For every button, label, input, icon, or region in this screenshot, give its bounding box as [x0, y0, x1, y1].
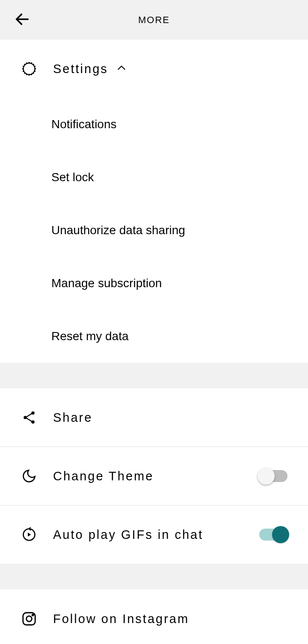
moon-icon — [21, 468, 38, 484]
menu-item-autoplay-gifs[interactable]: Auto play GIFs in chat — [0, 506, 308, 564]
menu-item-change-theme[interactable]: Change Theme — [0, 447, 308, 505]
svg-line-21 — [27, 414, 32, 417]
section-divider — [0, 564, 308, 589]
replay-icon — [21, 527, 38, 542]
svg-line-10 — [27, 62, 27, 64]
svg-line-15 — [34, 66, 36, 67]
svg-point-19 — [24, 416, 27, 419]
gear-icon — [21, 60, 38, 77]
autoplay-gifs-toggle[interactable] — [259, 529, 287, 541]
header: MORE — [0, 0, 308, 40]
share-icon — [21, 410, 38, 425]
change-theme-label: Change Theme — [53, 469, 259, 483]
section-divider — [0, 363, 308, 388]
chevron-up-icon — [116, 62, 127, 75]
change-theme-toggle[interactable] — [259, 470, 287, 482]
svg-line-6 — [24, 64, 25, 65]
svg-line-7 — [33, 73, 34, 74]
svg-marker-24 — [28, 533, 31, 537]
instagram-icon — [21, 611, 38, 627]
settings-item-notifications[interactable]: Notifications — [0, 98, 308, 151]
page-title: MORE — [0, 15, 308, 26]
svg-line-11 — [31, 74, 32, 75]
svg-line-16 — [27, 74, 27, 75]
svg-point-20 — [31, 421, 35, 424]
svg-line-8 — [24, 73, 25, 74]
menu-item-share[interactable]: Share — [0, 388, 308, 447]
svg-line-13 — [34, 71, 36, 71]
settings-item-reset-data[interactable]: Reset my data — [0, 310, 308, 363]
settings-section-header[interactable]: Settings — [0, 40, 308, 98]
settings-item-set-lock[interactable]: Set lock — [0, 151, 308, 204]
back-button[interactable] — [14, 11, 31, 29]
follow-instagram-label: Follow on Instagram — [53, 612, 287, 626]
svg-line-14 — [23, 71, 24, 71]
settings-label: Settings — [53, 62, 108, 76]
menu-item-follow-instagram[interactable]: Follow on Instagram — [0, 589, 308, 644]
settings-item-manage-subscription[interactable]: Manage subscription — [0, 257, 308, 310]
svg-point-27 — [32, 615, 33, 616]
share-label: Share — [53, 411, 287, 425]
svg-line-22 — [27, 418, 32, 422]
settings-item-unauthorize[interactable]: Unauthorize data sharing — [0, 204, 308, 257]
back-arrow-icon — [14, 11, 31, 28]
svg-line-12 — [23, 66, 24, 67]
svg-point-26 — [27, 616, 32, 622]
svg-line-9 — [33, 64, 34, 65]
svg-line-17 — [31, 62, 32, 64]
svg-point-18 — [31, 412, 35, 415]
autoplay-gifs-label: Auto play GIFs in chat — [53, 528, 259, 542]
